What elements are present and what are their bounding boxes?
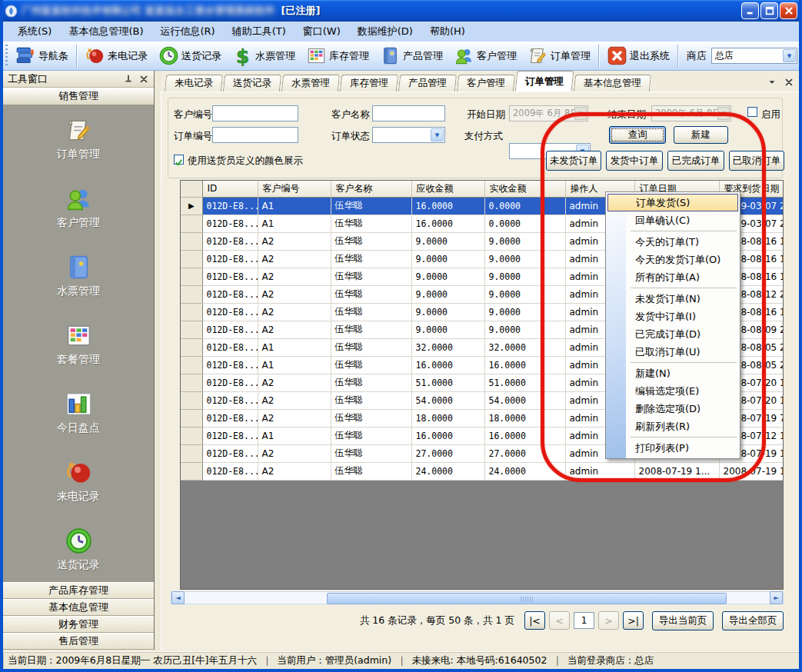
first-page-button[interactable]: |< [524,611,545,630]
menu-runtime-info[interactable]: 运行信息(R) [151,22,223,41]
color-display-checkbox[interactable] [174,155,184,165]
shop-select[interactable]: 总店 ▼ [711,48,797,64]
scroll-left-icon[interactable]: ◄ [171,591,185,604]
pin-icon[interactable] [123,74,134,85]
toolbar-exit[interactable]: 退出系统 [601,44,675,68]
ctx-print-list[interactable]: 打印列表(P) [606,439,740,457]
tab-basic-info[interactable]: 基本信息管理 [574,75,651,91]
chevron-down-icon[interactable]: ▼ [431,128,444,141]
column-header-0[interactable]: ID [202,181,258,197]
menu-system[interactable]: 系统(S) [9,22,60,41]
page-number-input[interactable]: 1 [574,612,594,629]
chevron-down-icon[interactable]: ▼ [783,49,796,62]
row-selector[interactable] [181,232,202,250]
menu-data-maintenance[interactable]: 数据维护(D) [349,22,421,41]
toolbar-product[interactable]: 产品管理 [374,44,448,68]
query-button[interactable]: 查询 [609,126,666,144]
row-selector[interactable] [181,338,202,356]
ctx-unshipped-orders[interactable]: 未发货订单(N) [606,290,740,308]
row-selector[interactable] [181,268,202,285]
sidebar-group-product-inventory[interactable]: 产品库存管理 [3,582,154,599]
menu-tools[interactable]: 辅助工具(T) [224,22,295,41]
row-selector[interactable] [181,250,202,268]
menu-help[interactable]: 帮助(H) [421,22,474,41]
sidebar-item-package[interactable]: 套餐管理 [57,321,100,367]
row-selector[interactable] [181,285,202,303]
completed-orders-button[interactable]: 已完成订单 [667,151,724,171]
menu-window[interactable]: 窗口(W) [295,22,349,41]
column-header-4[interactable]: 实收金额 [484,181,565,197]
ctx-receipt-confirm[interactable]: 回单确认(C) [606,211,740,229]
customer-no-input[interactable] [212,105,298,121]
horizontal-scrollbar[interactable]: ◄ ► [171,591,784,604]
row-selector[interactable] [181,303,202,321]
sidebar-item-call-records[interactable]: 来电记录 [57,458,100,504]
tab-water-ticket[interactable]: 水票管理 [281,75,340,91]
tab-product[interactable]: 产品管理 [398,75,457,91]
column-header-1[interactable]: 客户编号 [258,181,331,197]
toolbar-inventory[interactable]: 库存管理 [301,44,374,68]
sidebar-item-order[interactable]: 订单管理 [57,116,100,161]
tab-inventory[interactable]: 库存管理 [340,75,398,91]
ctx-delete-selected[interactable]: 删除选定项(D) [606,400,740,418]
new-button[interactable]: 新建 [674,126,728,144]
prev-page-button[interactable]: < [549,611,570,630]
row-selector[interactable] [181,215,202,232]
sidebar-group-basic-info[interactable]: 基本信息管理 [3,599,154,616]
unshipped-orders-button[interactable]: 未发货订单 [546,151,601,171]
shipping-orders-button[interactable]: 发货中订单 [606,151,663,171]
sidebar-group-sales[interactable]: 销售管理 [3,88,154,105]
sidebar-item-today-check[interactable]: 今日盘点 [57,390,100,435]
sidebar-item-customer[interactable]: 客户管理 [57,185,100,230]
row-selector[interactable] [181,444,202,462]
scroll-right-icon[interactable]: ► [770,591,783,604]
sidebar-group-finance[interactable]: 财务管理 [3,616,154,633]
maximize-button[interactable] [760,2,778,19]
toolbar-customer[interactable]: 客户管理 [448,44,522,68]
row-selector[interactable]: ▶ [181,197,202,215]
close-button[interactable] [780,2,797,19]
ctx-all-orders[interactable]: 所有的订单(A) [606,268,740,286]
order-status-select[interactable]: ▼ [372,127,445,143]
toolbar-grip[interactable] [5,45,8,68]
next-page-button[interactable]: > [598,611,619,630]
ctx-cancelled-orders[interactable]: 已取消订单(U) [606,343,740,361]
table-row[interactable]: 012D-E8...A2伍华聪24.000024.0000admin2008-0… [181,462,784,480]
ctx-today-ship-orders[interactable]: 今天的发货订单(O) [606,251,740,268]
tab-close-icon[interactable] [784,76,794,87]
toolbar-delivery-records[interactable]: 送货记录 [153,44,227,68]
sidebar-group-after-sales[interactable]: 售后管理 [3,633,154,650]
enable-date-checkbox[interactable] [747,107,757,117]
customer-name-input[interactable] [372,105,445,121]
minimize-button[interactable] [741,2,759,19]
ctx-new[interactable]: 新建(N) [606,364,740,382]
row-selector[interactable] [181,391,202,409]
column-header-3[interactable]: 应收金额 [411,181,484,197]
row-selector[interactable] [181,321,202,338]
row-selector[interactable] [181,462,202,480]
ctx-edit-selected[interactable]: 编辑选定项(E) [606,382,740,400]
ctx-shipping-orders[interactable]: 发货中订单(I) [606,308,740,325]
toolbar-order[interactable]: 订单管理 [522,44,596,68]
sidebar-item-delivery-records[interactable]: 送货记录 [57,527,100,572]
tab-order[interactable]: 订单管理 [515,71,574,91]
toolbar-navigator[interactable]: 导航条 [10,44,74,68]
ctx-today-orders[interactable]: 今天的订单(T) [606,233,740,251]
ctx-ship-order[interactable]: 订单发货(S) [607,194,738,211]
export-all-pages-button[interactable]: 导出全部页 [722,611,784,630]
tab-customer[interactable]: 客户管理 [457,75,515,91]
menu-basic-info[interactable]: 基本信息管理(B) [60,22,151,41]
ctx-completed-orders[interactable]: 已完成订单(D) [606,325,740,343]
row-selector[interactable] [181,356,202,374]
tab-call-records[interactable]: 来电记录 [165,75,223,91]
tab-delivery-records[interactable]: 送货记录 [223,75,281,91]
order-no-input[interactable] [212,127,298,143]
tab-list-chevron-icon[interactable] [767,76,777,87]
column-header-2[interactable]: 客户名称 [331,181,411,197]
toolbar-water-ticket[interactable]: $水票管理 [227,44,301,68]
sidebar-item-water-ticket[interactable]: 水票管理 [57,253,100,298]
cancelled-orders-button[interactable]: 已取消订单 [729,151,784,171]
ctx-refresh-list[interactable]: 刷新列表(R) [606,418,740,435]
toolbar-call-records[interactable]: 来电记录 [79,44,153,68]
row-selector[interactable] [181,374,202,391]
